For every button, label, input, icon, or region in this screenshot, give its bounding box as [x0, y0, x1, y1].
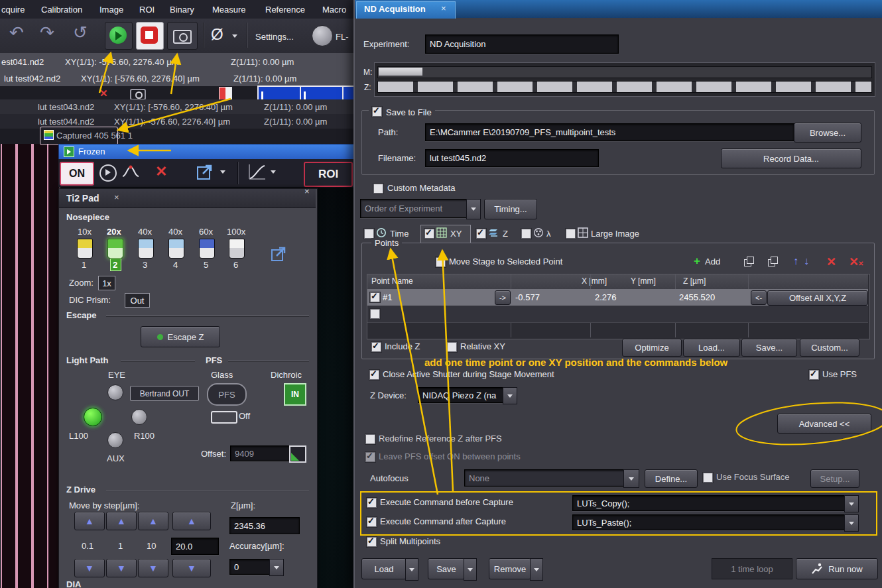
move-point-up-icon[interactable]: ↑	[793, 255, 798, 267]
on-button[interactable]: ON	[60, 162, 94, 186]
menu-item-acquire[interactable]: cquire	[1, 5, 25, 15]
advanced-button[interactable]: Advanced <<	[777, 414, 871, 434]
autofocus-dropdown-button[interactable]	[623, 469, 639, 488]
tab-xy-label[interactable]: XY	[450, 229, 462, 239]
experiment-field[interactable]: ND Acquisition	[425, 34, 619, 54]
z-step-down-button[interactable]: ▼	[74, 559, 105, 577]
tab-lambda-checkbox[interactable]	[521, 229, 531, 239]
move-point-down-icon[interactable]: ↓	[804, 255, 809, 267]
aux-port-button[interactable]	[107, 432, 123, 448]
menu-item-reference[interactable]: Reference	[265, 5, 305, 15]
step-value-field[interactable]: 20.0	[171, 538, 219, 555]
zoom-value-box[interactable]: 1x	[98, 276, 115, 290]
tab-z-label[interactable]: Z	[503, 229, 508, 239]
export-dropdown-icon[interactable]	[220, 170, 225, 174]
col-y[interactable]: Y [mm]	[631, 276, 656, 286]
timing-button[interactable]: Timing...	[484, 199, 537, 219]
nd-close-icon[interactable]: ×	[441, 3, 446, 13]
col-point-name[interactable]: Point Name	[371, 276, 413, 286]
settings-button[interactable]: Settings...	[255, 32, 294, 42]
roi-button[interactable]: ROI	[304, 162, 353, 187]
tab-z-checkbox[interactable]	[476, 229, 486, 239]
points-save-button[interactable]: Save...	[741, 339, 797, 357]
ti2-tab-close-icon[interactable]: ×	[114, 192, 119, 202]
dic-prism-value-box[interactable]: Out	[125, 293, 150, 308]
pfs-offset-field[interactable]: 9409	[230, 445, 294, 461]
objective-icon-5[interactable]	[199, 239, 215, 259]
footer-remove-dropdown[interactable]	[530, 558, 543, 581]
delete-icon[interactable]: ✕	[99, 88, 108, 99]
z-step-down-button[interactable]: ▼	[138, 559, 168, 577]
add-point-label[interactable]: Add	[705, 257, 720, 266]
lut-curve-icon[interactable]	[248, 163, 267, 180]
accuracy-dropdown-button[interactable]	[269, 559, 284, 576]
footer-save-dropdown[interactable]	[464, 558, 477, 581]
objective-icon-2[interactable]	[107, 239, 123, 259]
exec-before-dropdown-button[interactable]	[844, 495, 859, 512]
get-current-position-button[interactable]: <-	[751, 290, 767, 305]
close-shutter-checkbox[interactable]	[369, 370, 379, 380]
order-dropdown-button[interactable]	[466, 199, 481, 219]
footer-save-button[interactable]: Save	[428, 558, 465, 579]
image-tab-strip[interactable]	[1, 87, 17, 588]
z-step-up-button[interactable]: ▲	[138, 512, 168, 530]
footer-load-dropdown[interactable]	[405, 558, 418, 581]
menu-item-macro[interactable]: Macro	[322, 5, 346, 15]
copy-points-icon[interactable]	[744, 257, 754, 266]
new-point-checkbox[interactable]	[370, 309, 380, 319]
fl-filter-icon[interactable]	[312, 25, 333, 46]
z-step-up-button[interactable]: ▲	[106, 512, 137, 530]
tab-xy-checkbox[interactable]	[424, 229, 434, 239]
l100-port-button[interactable]	[84, 408, 102, 426]
menu-item-measure[interactable]: Measure	[212, 5, 246, 15]
point-1-checkbox[interactable]	[370, 292, 380, 302]
offset-all-button[interactable]: Offset All X,Y,Z	[767, 290, 868, 306]
z-step-up-button[interactable]: ▲	[172, 512, 211, 530]
pfs-offset-graph-icon[interactable]	[289, 445, 306, 463]
lut-dropdown-icon[interactable]	[271, 170, 276, 174]
escape-z-button[interactable]: Escape Z	[141, 326, 220, 347]
tab-time-checkbox[interactable]	[364, 229, 374, 239]
redo-icon[interactable]: ↷	[40, 23, 54, 43]
clear-measure-icon[interactable]: ✕	[155, 163, 167, 180]
leave-pfs-checkbox[interactable]	[365, 452, 375, 462]
relative-xy-checkbox[interactable]	[447, 342, 457, 352]
browse-button[interactable]: Browse...	[794, 123, 861, 143]
points-custom-button[interactable]: Custom...	[800, 339, 859, 357]
pfs-off-toggle[interactable]	[211, 411, 237, 424]
nosepiece-export-icon[interactable]	[271, 247, 286, 263]
include-z-checkbox[interactable]	[371, 342, 381, 352]
z-step-up-button[interactable]: ▲	[74, 512, 105, 530]
tab-time-label[interactable]: Time	[390, 229, 409, 239]
define-button[interactable]: Define...	[645, 469, 698, 488]
tab-large-image-checkbox[interactable]	[566, 229, 576, 239]
exec-before-checkbox[interactable]	[367, 498, 377, 508]
add-point-icon[interactable]: +	[694, 255, 700, 268]
table-row-empty[interactable]	[367, 306, 868, 323]
pfs-button[interactable]: PFS	[207, 383, 247, 406]
menu-item-calibration[interactable]: Calibration	[41, 5, 82, 15]
ti2-panel-close-icon[interactable]: ×	[304, 186, 310, 196]
menu-item-binary[interactable]: Binary	[170, 5, 194, 15]
z-position-field[interactable]: 2345.36	[229, 517, 300, 534]
exec-after-combo[interactable]: LUTs_Paste();	[572, 514, 852, 530]
objective-icon-1[interactable]	[77, 239, 93, 259]
stop-button[interactable]	[136, 22, 164, 50]
z-device-dropdown[interactable]: NIDAQ Piezo Z (na	[418, 387, 512, 403]
footer-load-button[interactable]: Load	[361, 558, 407, 579]
exec-after-dropdown-button[interactable]	[844, 514, 859, 532]
footer-remove-button[interactable]: Remove	[489, 558, 531, 579]
camera-small-icon[interactable]	[130, 89, 146, 100]
exec-after-checkbox[interactable]	[367, 517, 377, 527]
use-focus-surface-checkbox[interactable]	[703, 473, 713, 483]
undo-history-icon[interactable]: ↺	[73, 23, 88, 43]
run-now-button[interactable]: Run now	[796, 558, 878, 579]
delete-point-icon[interactable]: ✕	[826, 255, 836, 269]
menu-item-roi[interactable]: ROI	[139, 5, 155, 15]
eye-port-button[interactable]	[107, 384, 123, 400]
image-tab-strip[interactable]	[17, 101, 32, 588]
optimize-button[interactable]: Optimize	[622, 339, 682, 357]
save-to-file-checkbox[interactable]	[372, 107, 382, 117]
play-button[interactable]	[105, 22, 133, 50]
use-pfs-checkbox[interactable]	[809, 370, 819, 380]
